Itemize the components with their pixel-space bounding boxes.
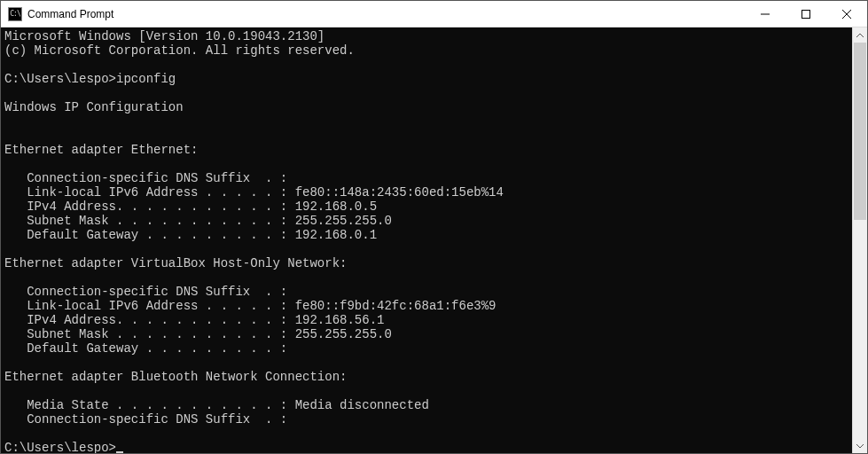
copyright-line: (c) Microsoft Corporation. All rights re… [4, 43, 355, 58]
close-button[interactable] [826, 1, 867, 27]
minimize-button[interactable] [745, 1, 786, 27]
adapter-line: IPv4 Address. . . . . . . . . . . : 192.… [4, 200, 377, 214]
scroll-down-button[interactable] [853, 438, 867, 453]
adapter-line: Media State . . . . . . . . . . . : Medi… [4, 398, 429, 412]
adapter-line: Subnet Mask . . . . . . . . . . . : 255.… [4, 327, 392, 341]
adapter-line: Subnet Mask . . . . . . . . . . . : 255.… [4, 214, 392, 228]
adapter-line: Connection-specific DNS Suffix . : [4, 412, 287, 427]
adapter-line: Link-local IPv6 Address . . . . . : fe80… [4, 185, 504, 200]
window-title: Command Prompt [27, 8, 113, 20]
adapter-line: Link-local IPv6 Address . . . . . : fe80… [4, 299, 497, 313]
scroll-thumb[interactable] [854, 43, 866, 220]
maximize-button[interactable] [786, 1, 826, 27]
os-version-line: Microsoft Windows [Version 10.0.19043.21… [4, 29, 325, 43]
adapter-line: Default Gateway . . . . . . . . . : [4, 341, 287, 356]
input-cursor [116, 451, 123, 453]
adapter-header-0: Ethernet adapter Ethernet: [4, 143, 198, 157]
adapter-line: IPv4 Address. . . . . . . . . . . : 192.… [4, 313, 384, 327]
adapter-line: Connection-specific DNS Suffix . : [4, 285, 287, 299]
terminal[interactable]: Microsoft Windows [Version 10.0.19043.21… [1, 27, 852, 453]
ipconfig-title: Windows IP Configuration [4, 100, 184, 114]
adapter-header-1: Ethernet adapter VirtualBox Host-Only Ne… [4, 256, 347, 270]
adapter-header-2: Ethernet adapter Bluetooth Network Conne… [4, 370, 347, 384]
adapter-line: Default Gateway . . . . . . . . . : 192.… [4, 228, 377, 242]
vertical-scrollbar[interactable] [852, 27, 867, 453]
scroll-up-button[interactable] [853, 27, 867, 43]
prompt-2: C:\Users\lespo> [4, 441, 116, 453]
svg-rect-1 [802, 10, 810, 18]
prompt-1: C:\Users\lespo>ipconfig [4, 72, 176, 86]
cmd-icon: C:\ [8, 7, 22, 21]
window-titlebar[interactable]: C:\ Command Prompt [1, 1, 867, 27]
adapter-line: Connection-specific DNS Suffix . : [4, 171, 287, 185]
